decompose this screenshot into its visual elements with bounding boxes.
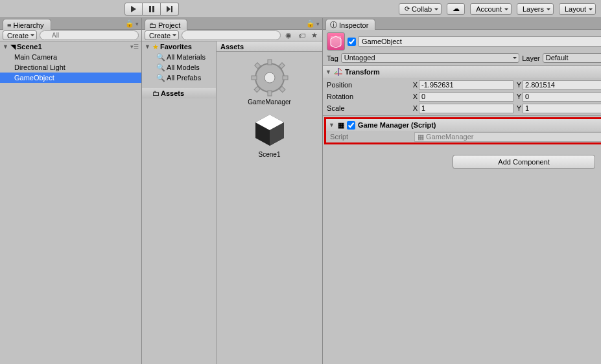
hierarchy-item[interactable]: Directional Light xyxy=(0,62,141,73)
project-search-input[interactable] xyxy=(182,30,281,40)
hierarchy-tab-label: Hierarchy xyxy=(13,21,43,29)
layout-dropdown[interactable]: Layout xyxy=(559,3,596,15)
collab-icon: ⟳ xyxy=(405,5,410,12)
account-dropdown[interactable]: Account xyxy=(470,3,512,15)
hierarchy-panel: ≡ Hierarchy 🔒 ▾ Create ▼ ◥ Scene1 ▾☰ Mai… xyxy=(0,18,142,364)
favorite-item[interactable]: 🔍All Materials xyxy=(142,52,216,62)
hierarchy-tabbar: ≡ Hierarchy 🔒 ▾ xyxy=(0,18,141,30)
project-body: ▼ ★ Favorites 🔍All Materials 🔍All Models… xyxy=(142,41,322,364)
inspector-tab-label: Inspector xyxy=(339,21,368,29)
hierarchy-create-button[interactable]: Create xyxy=(3,30,37,40)
script-row: Script ▦ GameManager ⊙ xyxy=(326,131,601,142)
hierarchy-item[interactable]: Main Camera xyxy=(0,52,141,62)
svg-rect-1 xyxy=(152,6,154,12)
playback-controls xyxy=(124,3,179,16)
play-button[interactable] xyxy=(124,3,143,16)
hierarchy-icon: ≡ xyxy=(7,21,11,29)
add-component-button[interactable]: Add Component xyxy=(453,155,595,169)
layers-dropdown[interactable]: Layers xyxy=(517,3,554,15)
favorite-label: All Prefabs xyxy=(167,74,201,82)
scene-row[interactable]: ▼ ◥ Scene1 ▾☰ xyxy=(0,41,141,52)
search-icon: 🔍 xyxy=(156,74,165,82)
position-y-input[interactable] xyxy=(523,80,601,90)
favorites-row[interactable]: ▼ ★ Favorites xyxy=(142,41,216,52)
transform-header[interactable]: ▼ Transform ▣⚙ xyxy=(323,66,601,78)
info-icon: ⓘ xyxy=(330,20,337,30)
hierarchy-search-input[interactable] xyxy=(40,30,139,40)
inspector-tab[interactable]: ⓘ Inspector xyxy=(325,19,375,30)
position-x-input[interactable] xyxy=(419,80,513,90)
highlighted-component: ▼ ▦ Game Manager (Script) ▣⚙ Script ▦ Ga… xyxy=(324,117,601,144)
rotation-label: Rotation xyxy=(327,93,411,100)
layer-dropdown[interactable]: Default xyxy=(543,53,601,63)
svg-point-4 xyxy=(265,73,275,83)
hierarchy-tab-menu[interactable]: 🔒 ▾ xyxy=(125,18,141,29)
folder-icon: 🗀 xyxy=(149,21,156,29)
fold-icon: ▼ xyxy=(329,122,335,128)
scale-row: Scale X Y Z xyxy=(327,102,601,114)
rotation-y-input[interactable] xyxy=(523,92,601,102)
cloud-button[interactable]: ☁ xyxy=(447,3,465,15)
project-tab[interactable]: 🗀 Project xyxy=(145,19,187,30)
game-manager-title: Game Manager (Script) xyxy=(358,121,436,129)
component-enable-checkbox[interactable] xyxy=(347,121,355,130)
project-tab-menu[interactable]: 🔒 ▾ xyxy=(306,18,322,29)
script-icon: ▦ xyxy=(338,121,344,130)
pause-button[interactable] xyxy=(143,3,161,16)
rotation-row: Rotation X Y Z xyxy=(327,91,601,102)
script-value: GameManager xyxy=(426,133,473,141)
collab-dropdown[interactable]: ⟳ Collab xyxy=(399,3,442,15)
tag-label: Tag xyxy=(327,54,338,62)
gear-icon xyxy=(249,57,290,98)
step-button[interactable] xyxy=(161,3,179,16)
layer-label: Layer xyxy=(522,54,540,62)
x-label: X xyxy=(411,93,418,100)
asset-item[interactable]: Scene1 xyxy=(249,109,290,158)
y-label: Y xyxy=(515,81,521,89)
scale-label: Scale xyxy=(327,104,411,112)
svg-rect-0 xyxy=(149,6,151,12)
project-panel: 🗀 Project 🔒 ▾ Create ◉ 🏷 ★ ▼ ★ Favorites… xyxy=(142,18,323,364)
gameobject-icon[interactable] xyxy=(327,32,345,51)
favorite-label: All Materials xyxy=(167,53,206,61)
favorites-label: Favorites xyxy=(160,43,192,51)
project-subbar: Create ◉ 🏷 ★ xyxy=(142,30,322,41)
favorite-item[interactable]: 🔍All Prefabs xyxy=(142,73,216,83)
script-asset-icon: ▦ xyxy=(418,133,424,141)
gameobject-name-input[interactable] xyxy=(359,36,601,47)
scale-x-input[interactable] xyxy=(419,104,513,113)
project-create-button[interactable]: Create xyxy=(145,30,179,40)
x-label: X xyxy=(411,104,418,112)
tag-dropdown[interactable]: Untagged xyxy=(341,53,519,63)
scene-menu-icon[interactable]: ▾☰ xyxy=(130,43,141,50)
filter-icon[interactable]: ◉ xyxy=(283,31,294,40)
assets-folder-row[interactable]: 🗀 Assets xyxy=(142,88,216,98)
asset-item[interactable]: GameManager xyxy=(248,57,291,106)
cloud-icon: ☁ xyxy=(453,5,460,13)
scale-y-input[interactable] xyxy=(523,104,601,113)
active-checkbox[interactable] xyxy=(348,38,356,46)
tag-filter-icon[interactable]: 🏷 xyxy=(296,31,307,40)
hierarchy-tab[interactable]: ≡ Hierarchy xyxy=(3,19,51,30)
hierarchy-item-selected[interactable]: GameObject xyxy=(0,73,141,83)
fold-icon: ▼ xyxy=(145,43,151,50)
svg-rect-5 xyxy=(268,60,272,65)
project-content: Assets GameManager Scene1 xyxy=(217,41,322,364)
main-area: ≡ Hierarchy 🔒 ▾ Create ▼ ◥ Scene1 ▾☰ Mai… xyxy=(0,18,601,364)
rotation-x-input[interactable] xyxy=(419,92,513,102)
save-filter-icon[interactable]: ★ xyxy=(309,31,320,40)
script-field[interactable]: ▦ GameManager ⊙ xyxy=(414,132,601,142)
transform-body: Position X Y Z Rotation X Y Z xyxy=(323,78,601,115)
game-manager-header[interactable]: ▼ ▦ Game Manager (Script) ▣⚙ xyxy=(326,119,601,131)
hierarchy-subbar: Create xyxy=(0,30,141,41)
svg-rect-2 xyxy=(171,6,172,12)
project-search-wrap xyxy=(182,30,281,40)
y-label: Y xyxy=(515,93,521,100)
transform-icon xyxy=(335,68,342,76)
svg-rect-8 xyxy=(283,76,288,80)
svg-rect-7 xyxy=(252,76,257,80)
favorite-item[interactable]: 🔍All Models xyxy=(142,62,216,73)
star-icon: ★ xyxy=(152,43,159,51)
x-label: X xyxy=(411,81,418,89)
hierarchy-item-label: Main Camera xyxy=(14,53,57,61)
